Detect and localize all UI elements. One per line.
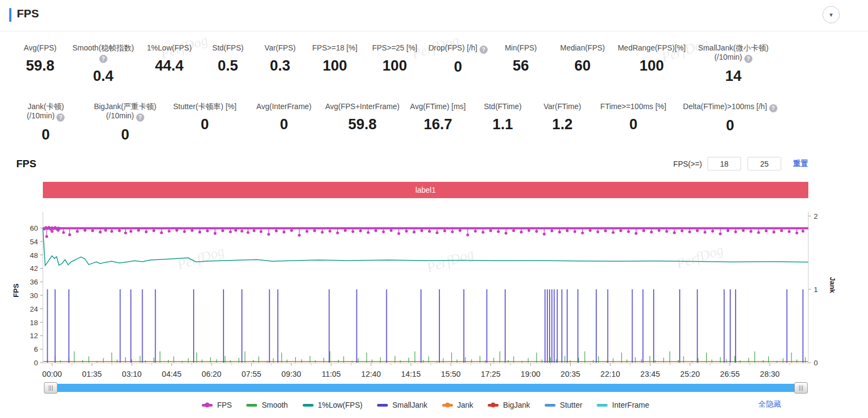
stat-std-ftime-: Std(FTime)1.1 xyxy=(474,102,532,133)
fps-series-dip-dot xyxy=(352,230,354,233)
fps-chart[interactable]: PerfDogPerfDogPerfDog6054484236302418126… xyxy=(0,204,868,383)
legend-item-jank[interactable]: Jank xyxy=(442,401,474,409)
stat-value: 0 xyxy=(428,59,488,75)
stat-label: 1%Low(FPS) xyxy=(139,43,200,53)
fps-series-dip-dot xyxy=(336,231,339,234)
stat-label: Stutter(卡顿率) [%] xyxy=(167,102,244,111)
fps-series-dip-dot xyxy=(267,233,270,236)
stat-avg-ftime-ms-: Avg(FTime) [ms]16.7 xyxy=(402,102,474,133)
fps-series-dip-dot xyxy=(711,230,714,232)
y-axis-right-tick-label: 2 xyxy=(814,212,818,220)
stat-smooth-: Smooth(稳帧指数) ?0.4 xyxy=(69,43,137,85)
stat-delta-ftime->100ms-h-: Delta(FTime)>100ms [/h] ?0 xyxy=(674,102,787,134)
fps-series-dip-dot xyxy=(160,231,163,234)
stat-label: Median(FPS) xyxy=(553,43,611,53)
x-axis-label: 15:50 xyxy=(441,370,461,378)
fps-series-dip-dot xyxy=(62,231,65,234)
help-icon[interactable]: ? xyxy=(480,46,488,54)
fps-series-dip-dot xyxy=(489,229,492,232)
stat-value: 16.7 xyxy=(404,116,471,133)
help-icon[interactable]: ? xyxy=(99,55,107,63)
stat-value: 0 xyxy=(88,126,162,143)
y-axis-tick-label: 6 xyxy=(34,345,38,353)
fps-series-dip-dot xyxy=(68,233,71,236)
fps-series-dip-dot xyxy=(773,231,775,233)
stat-label: FPS>=18 [%] xyxy=(308,43,361,53)
fps-series-dip-dot xyxy=(482,231,484,233)
fps-series-dip-dot xyxy=(573,230,576,233)
collapse-button[interactable]: ▼ xyxy=(822,6,840,23)
legend-item-stutter[interactable]: Stutter xyxy=(545,401,582,409)
stat-label: Std(FPS) xyxy=(204,43,252,53)
fps-series-dip-dot xyxy=(589,229,591,232)
hide-all-link[interactable]: 全隐藏 xyxy=(758,400,781,409)
fps-series-dip-dot xyxy=(145,230,148,233)
legend-item-1%low-fps-[interactable]: 1%Low(FPS) xyxy=(303,401,362,409)
help-icon[interactable]: ? xyxy=(744,55,752,63)
fps-series-dip-dot xyxy=(428,230,431,233)
stat-value: 0.3 xyxy=(256,58,304,74)
reset-link[interactable]: 重置 xyxy=(793,159,808,169)
legend-item-bigjank[interactable]: BigJank xyxy=(488,401,530,409)
stat-value: 1.2 xyxy=(534,116,591,133)
chart-label-text: label1 xyxy=(416,186,436,194)
y-axis-tick-label: 18 xyxy=(30,319,38,327)
help-icon[interactable]: ? xyxy=(136,113,144,122)
y-axis-tick-label: 60 xyxy=(30,224,38,232)
title-accent-bar xyxy=(9,8,11,22)
stat-label: Avg(FPS) xyxy=(13,43,67,53)
legend-marker-dot xyxy=(445,403,450,408)
fps-series-dip-dot xyxy=(458,229,461,232)
legend-label: Smooth xyxy=(261,401,288,409)
chart-canvas[interactable]: PerfDogPerfDogPerfDog6054484236302418126… xyxy=(0,204,868,383)
fps-series-dip-dot xyxy=(734,230,737,233)
fps-series-dip-dot xyxy=(642,229,645,232)
fps-series-dip-dot xyxy=(719,232,722,235)
fps-series-dip-dot xyxy=(802,230,805,232)
fps-series-dip-dot xyxy=(398,232,400,235)
y-axis-tick-label: 36 xyxy=(30,278,38,286)
legend-label: Jank xyxy=(457,401,474,409)
stat-label: Drop(FPS) [/h] ? xyxy=(428,43,488,54)
scrollbar-handle-right[interactable] xyxy=(794,382,808,394)
stat-value: 0 xyxy=(595,116,672,133)
fps-series-dip-dot xyxy=(99,231,101,233)
stat-var-ftime-: Var(FTime)1.2 xyxy=(532,102,593,133)
scrollbar-handle-left[interactable] xyxy=(44,382,58,394)
stat-smalljank-: SmallJank(微小卡顿)(/10min) ?14 xyxy=(690,43,777,85)
stat-drop-fps-h-: Drop(FPS) [/h] ?0 xyxy=(426,43,490,75)
legend-item-interframe[interactable]: InterFrame xyxy=(597,401,649,409)
x-axis-label: 04:45 xyxy=(162,370,181,378)
legend-item-smooth[interactable]: Smooth xyxy=(246,401,288,409)
fps-series-dip-dot xyxy=(390,229,392,232)
x-axis-label: 12:40 xyxy=(361,370,381,378)
fps-series-dip-dot xyxy=(696,229,699,232)
stat-value: 44.4 xyxy=(139,58,200,74)
fps-threshold-max-input[interactable] xyxy=(748,157,781,170)
fps-series-dip-dot xyxy=(275,230,278,232)
chart-range-scrollbar xyxy=(43,382,808,395)
stat-label: Std(FTime) xyxy=(476,102,529,111)
help-icon[interactable]: ? xyxy=(56,113,65,122)
fps-series-dip-dot xyxy=(191,229,194,232)
legend-marker xyxy=(202,404,213,407)
legend-label: Stutter xyxy=(560,401,582,409)
legend-item-smalljank[interactable]: SmallJank xyxy=(377,401,427,409)
y-axis-tick-label: 30 xyxy=(30,292,38,300)
stat-label: Var(FTime) xyxy=(534,102,591,111)
legend-item-fps[interactable]: FPS xyxy=(202,401,232,409)
fps-series-dip-dot xyxy=(253,229,256,232)
legend-items: FPSSmooth1%Low(FPS)SmallJankJankBigJankS… xyxy=(43,398,808,412)
fps-series-dip-dot xyxy=(305,230,308,233)
fps-series-dip-dot xyxy=(45,235,48,238)
fps-threshold-min-input[interactable] xyxy=(707,157,741,170)
legend-label: 1%Low(FPS) xyxy=(318,401,362,409)
stat-value: 0 xyxy=(676,117,784,134)
stat-fps>=25-%-: FPS>=25 [%]100 xyxy=(363,43,426,74)
fps-series-dip-dot xyxy=(91,229,94,232)
fps-series-dip-dot xyxy=(382,230,385,233)
scrollbar-track[interactable] xyxy=(44,384,807,392)
stat-avg-fps-interframe-: Avg(FPS+InterFrame)59.8 xyxy=(323,102,403,133)
help-icon[interactable]: ? xyxy=(769,104,777,112)
stat-fps>=18-%-: FPS>=18 [%]100 xyxy=(306,43,363,74)
